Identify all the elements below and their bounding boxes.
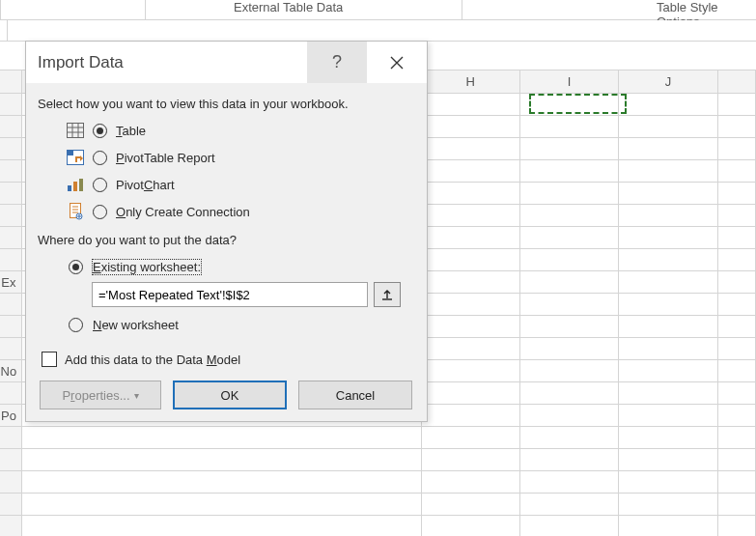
formula-bar [0, 20, 756, 42]
row-header[interactable]: Ex [0, 271, 21, 294]
option-pivotchart-label: PivotChart [116, 178, 175, 192]
radio-pivotchart[interactable] [93, 178, 107, 192]
dialog-titlebar: Import Data ? [26, 42, 427, 83]
column-header-i[interactable]: I [519, 71, 618, 94]
properties-button[interactable]: Properties...▾ [40, 381, 161, 409]
option-only-connection[interactable]: Only Create Connection [67, 198, 413, 225]
option-table[interactable]: Table [67, 117, 413, 144]
connection-icon [67, 203, 84, 220]
collapse-dialog-button[interactable] [374, 282, 401, 307]
svg-rect-7 [68, 185, 71, 191]
row-header[interactable]: Po [0, 405, 21, 427]
radio-only-connection[interactable] [93, 205, 107, 219]
add-to-data-model-row[interactable]: Add this data to the Data Model [42, 352, 413, 367]
properties-button-label: Properties... [62, 388, 129, 403]
option-table-label: Table [116, 124, 146, 138]
dropdown-caret-icon: ▾ [134, 390, 139, 401]
import-data-dialog: Import Data ? Select how you want to vie… [25, 41, 428, 422]
radio-new-worksheet[interactable] [69, 318, 83, 332]
pivottable-icon [67, 149, 84, 166]
ribbon-group-external-table-data: External Table Data [234, 0, 343, 14]
row-header[interactable]: No [0, 360, 21, 382]
close-icon [390, 56, 404, 70]
radio-existing-worksheet[interactable] [69, 260, 83, 274]
pivotchart-icon [67, 176, 84, 193]
svg-rect-0 [68, 124, 84, 138]
radio-pivottable[interactable] [93, 151, 107, 165]
option-pivottable-label: PivotTable Report [116, 151, 215, 165]
cancel-button[interactable]: Cancel [298, 381, 412, 409]
svg-rect-9 [79, 179, 83, 191]
ok-button[interactable]: OK [173, 381, 287, 409]
select-all-corner[interactable] [0, 71, 21, 94]
radio-table[interactable] [93, 124, 107, 138]
ribbon-group-labels: External Table Data Table Style Options [0, 0, 756, 20]
option-existing-worksheet[interactable]: Existing worksheet: [69, 253, 413, 280]
table-icon [67, 122, 84, 139]
column-header-next[interactable] [717, 71, 755, 94]
column-header-h[interactable]: H [421, 71, 519, 94]
column-header-j[interactable]: J [619, 71, 717, 94]
svg-rect-6 [68, 151, 73, 155]
view-section-label: Select how you want to view this data in… [38, 97, 413, 111]
help-button[interactable]: ? [307, 42, 367, 83]
option-new-worksheet-label: New worksheet [93, 318, 179, 332]
option-pivottable[interactable]: PivotTable Report [67, 144, 413, 171]
svg-rect-8 [73, 182, 77, 191]
option-pivotchart[interactable]: PivotChart [67, 171, 413, 198]
option-existing-worksheet-label: Existing worksheet: [93, 260, 201, 274]
checkbox-data-model[interactable] [42, 352, 57, 367]
cell-reference-input[interactable] [92, 282, 368, 307]
dialog-title: Import Data [26, 42, 307, 83]
checkbox-data-model-label: Add this data to the Data Model [65, 353, 240, 367]
where-section-label: Where do you want to put the data? [38, 233, 413, 247]
close-button[interactable] [367, 42, 427, 83]
collapse-icon [381, 289, 393, 300]
option-new-worksheet[interactable]: New worksheet [69, 311, 413, 338]
option-only-connection-label: Only Create Connection [116, 205, 250, 219]
